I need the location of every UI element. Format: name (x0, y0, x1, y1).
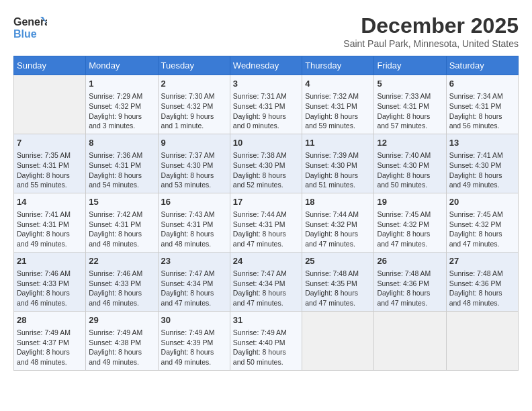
day-info: Sunrise: 7:46 AM Sunset: 4:33 PM Dayligh… (89, 269, 154, 308)
day-number: 17 (233, 196, 299, 208)
day-info: Sunrise: 7:45 AM Sunset: 4:32 PM Dayligh… (377, 210, 443, 249)
day-number: 1 (89, 78, 154, 90)
day-info: Sunrise: 7:30 AM Sunset: 4:32 PM Dayligh… (161, 91, 227, 131)
calendar-week-row: 1Sunrise: 7:29 AM Sunset: 4:32 PM Daylig… (14, 75, 519, 134)
day-number: 8 (89, 137, 154, 149)
day-info: Sunrise: 7:44 AM Sunset: 4:31 PM Dayligh… (233, 210, 299, 249)
day-info: Sunrise: 7:31 AM Sunset: 4:31 PM Dayligh… (233, 91, 299, 131)
calendar-cell: 18Sunrise: 7:44 AM Sunset: 4:32 PM Dayli… (302, 193, 374, 252)
calendar-week-row: 14Sunrise: 7:41 AM Sunset: 4:31 PM Dayli… (14, 193, 519, 252)
day-number: 31 (233, 314, 299, 326)
day-number: 7 (17, 137, 83, 149)
calendar-cell: 14Sunrise: 7:41 AM Sunset: 4:31 PM Dayli… (14, 193, 86, 252)
day-number: 10 (233, 137, 299, 149)
day-info: Sunrise: 7:49 AM Sunset: 4:39 PM Dayligh… (161, 328, 227, 367)
day-number: 5 (377, 78, 443, 90)
calendar-table: SundayMondayTuesdayWednesdayThursdayFrid… (13, 56, 519, 371)
day-number: 13 (449, 137, 515, 149)
day-info: Sunrise: 7:39 AM Sunset: 4:30 PM Dayligh… (305, 150, 371, 190)
calendar-cell: 8Sunrise: 7:36 AM Sunset: 4:31 PM Daylig… (86, 134, 158, 193)
calendar-cell: 9Sunrise: 7:37 AM Sunset: 4:30 PM Daylig… (158, 134, 230, 193)
calendar-week-row: 28Sunrise: 7:49 AM Sunset: 4:37 PM Dayli… (14, 311, 519, 370)
day-info: Sunrise: 7:37 AM Sunset: 4:30 PM Dayligh… (161, 150, 227, 190)
title-block: December 2025 Saint Paul Park, Minnesota… (343, 13, 519, 49)
day-info: Sunrise: 7:42 AM Sunset: 4:31 PM Dayligh… (89, 210, 154, 249)
calendar-cell: 16Sunrise: 7:43 AM Sunset: 4:31 PM Dayli… (158, 193, 230, 252)
day-info: Sunrise: 7:38 AM Sunset: 4:30 PM Dayligh… (233, 150, 299, 190)
calendar-cell: 19Sunrise: 7:45 AM Sunset: 4:32 PM Dayli… (374, 193, 446, 252)
day-number: 22 (89, 255, 154, 267)
calendar-subtitle: Saint Paul Park, Minnesota, United State… (343, 38, 519, 49)
day-number: 9 (161, 137, 227, 149)
calendar-cell: 12Sunrise: 7:40 AM Sunset: 4:30 PM Dayli… (374, 134, 446, 193)
calendar-week-row: 7Sunrise: 7:35 AM Sunset: 4:31 PM Daylig… (14, 134, 519, 193)
calendar-cell: 7Sunrise: 7:35 AM Sunset: 4:31 PM Daylig… (14, 134, 86, 193)
calendar-cell: 27Sunrise: 7:48 AM Sunset: 4:36 PM Dayli… (446, 252, 518, 311)
day-info: Sunrise: 7:41 AM Sunset: 4:30 PM Dayligh… (449, 150, 515, 190)
calendar-cell: 20Sunrise: 7:45 AM Sunset: 4:32 PM Dayli… (446, 193, 518, 252)
day-number: 4 (305, 78, 371, 90)
day-info: Sunrise: 7:35 AM Sunset: 4:31 PM Dayligh… (17, 150, 83, 190)
day-info: Sunrise: 7:47 AM Sunset: 4:34 PM Dayligh… (233, 269, 299, 308)
day-info: Sunrise: 7:33 AM Sunset: 4:31 PM Dayligh… (377, 91, 443, 131)
calendar-cell: 31Sunrise: 7:49 AM Sunset: 4:40 PM Dayli… (230, 311, 302, 370)
day-info: Sunrise: 7:48 AM Sunset: 4:36 PM Dayligh… (377, 269, 443, 308)
day-info: Sunrise: 7:41 AM Sunset: 4:31 PM Dayligh… (17, 210, 83, 249)
calendar-cell: 23Sunrise: 7:47 AM Sunset: 4:34 PM Dayli… (158, 252, 230, 311)
calendar-cell: 29Sunrise: 7:49 AM Sunset: 4:38 PM Dayli… (86, 311, 158, 370)
day-info: Sunrise: 7:49 AM Sunset: 4:38 PM Dayligh… (89, 328, 154, 367)
day-info: Sunrise: 7:40 AM Sunset: 4:30 PM Dayligh… (377, 150, 443, 190)
calendar-header-row: SundayMondayTuesdayWednesdayThursdayFrid… (14, 56, 519, 75)
calendar-cell: 28Sunrise: 7:49 AM Sunset: 4:37 PM Dayli… (14, 311, 86, 370)
day-info: Sunrise: 7:47 AM Sunset: 4:34 PM Dayligh… (161, 269, 227, 308)
calendar-cell: 10Sunrise: 7:38 AM Sunset: 4:30 PM Dayli… (230, 134, 302, 193)
weekday-header: Tuesday (158, 56, 230, 75)
calendar-week-row: 21Sunrise: 7:46 AM Sunset: 4:33 PM Dayli… (14, 252, 519, 311)
day-info: Sunrise: 7:49 AM Sunset: 4:40 PM Dayligh… (233, 328, 299, 367)
day-info: Sunrise: 7:48 AM Sunset: 4:36 PM Dayligh… (449, 269, 515, 308)
day-info: Sunrise: 7:36 AM Sunset: 4:31 PM Dayligh… (89, 150, 154, 190)
calendar-cell (374, 311, 446, 370)
calendar-cell: 15Sunrise: 7:42 AM Sunset: 4:31 PM Dayli… (86, 193, 158, 252)
calendar-cell (14, 75, 86, 134)
calendar-cell: 21Sunrise: 7:46 AM Sunset: 4:33 PM Dayli… (14, 252, 86, 311)
calendar-cell: 22Sunrise: 7:46 AM Sunset: 4:33 PM Dayli… (86, 252, 158, 311)
weekday-header: Wednesday (230, 56, 302, 75)
calendar-cell: 4Sunrise: 7:32 AM Sunset: 4:31 PM Daylig… (302, 75, 374, 134)
day-number: 16 (161, 196, 227, 208)
day-number: 2 (161, 78, 227, 90)
calendar-cell: 2Sunrise: 7:30 AM Sunset: 4:32 PM Daylig… (158, 75, 230, 134)
calendar-cell: 11Sunrise: 7:39 AM Sunset: 4:30 PM Dayli… (302, 134, 374, 193)
weekday-header: Monday (86, 56, 158, 75)
day-number: 11 (305, 137, 371, 149)
day-number: 12 (377, 137, 443, 149)
day-number: 23 (161, 255, 227, 267)
day-info: Sunrise: 7:45 AM Sunset: 4:32 PM Dayligh… (449, 210, 515, 249)
calendar-cell: 13Sunrise: 7:41 AM Sunset: 4:30 PM Dayli… (446, 134, 518, 193)
calendar-cell: 25Sunrise: 7:48 AM Sunset: 4:35 PM Dayli… (302, 252, 374, 311)
day-info: Sunrise: 7:46 AM Sunset: 4:33 PM Dayligh… (17, 269, 83, 308)
day-number: 25 (305, 255, 371, 267)
calendar-cell: 1Sunrise: 7:29 AM Sunset: 4:32 PM Daylig… (86, 75, 158, 134)
calendar-title: December 2025 (343, 13, 519, 38)
day-number: 18 (305, 196, 371, 208)
logo-svg: GeneralBlue (13, 13, 47, 42)
calendar-cell: 24Sunrise: 7:47 AM Sunset: 4:34 PM Dayli… (230, 252, 302, 311)
calendar-cell: 5Sunrise: 7:33 AM Sunset: 4:31 PM Daylig… (374, 75, 446, 134)
weekday-header: Friday (374, 56, 446, 75)
day-number: 3 (233, 78, 299, 90)
calendar-cell: 26Sunrise: 7:48 AM Sunset: 4:36 PM Dayli… (374, 252, 446, 311)
day-number: 26 (377, 255, 443, 267)
day-info: Sunrise: 7:43 AM Sunset: 4:31 PM Dayligh… (161, 210, 227, 249)
day-number: 30 (161, 314, 227, 326)
weekday-header: Saturday (446, 56, 518, 75)
day-number: 24 (233, 255, 299, 267)
svg-text:Blue: Blue (13, 28, 37, 40)
logo: GeneralBlue (13, 13, 47, 42)
day-number: 19 (377, 196, 443, 208)
day-info: Sunrise: 7:48 AM Sunset: 4:35 PM Dayligh… (305, 269, 371, 308)
day-number: 27 (449, 255, 515, 267)
day-info: Sunrise: 7:49 AM Sunset: 4:37 PM Dayligh… (17, 328, 83, 367)
day-info: Sunrise: 7:34 AM Sunset: 4:31 PM Dayligh… (449, 91, 515, 131)
day-info: Sunrise: 7:32 AM Sunset: 4:31 PM Dayligh… (305, 91, 371, 131)
